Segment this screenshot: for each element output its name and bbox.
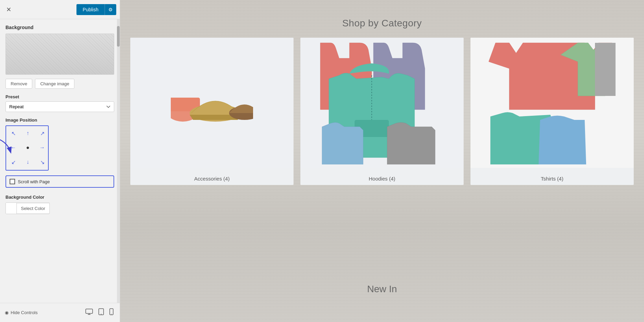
hoodies-svg [319,41,445,164]
hide-controls-label: Hide Controls [11,310,38,315]
position-bottom-left[interactable]: ↙ [7,156,20,169]
position-middle-left[interactable]: ← [7,141,20,154]
accessories-svg [171,69,253,137]
bg-preview-inner [6,34,114,74]
scroll-with-page-row: Scroll with Page [5,175,114,188]
preset-label: Preset [5,94,114,99]
position-bottom-right[interactable]: ↘ [36,156,49,169]
accessories-label: Accessories (4) [130,172,294,185]
main-content: Shop by Category [120,0,644,322]
position-top-right[interactable]: ↗ [36,127,49,140]
shop-heading: Shop by Category [342,18,422,29]
position-grid: ↖ ↑ ↗ ← ● → ↙ ↓ ↘ [5,125,49,171]
remove-button[interactable]: Remove [5,79,32,89]
bg-image-preview [5,34,114,75]
color-swatch[interactable] [6,203,17,214]
tablet-icon [98,308,104,315]
image-position-label: Image Position [5,117,114,123]
svg-rect-1 [86,309,93,313]
position-top-center[interactable]: ↑ [21,127,34,140]
mobile-icon [109,308,114,315]
mobile-button[interactable] [108,307,115,318]
desktop-button[interactable] [84,307,94,318]
hide-controls[interactable]: ◉ Hide Controls [5,310,38,315]
sidebar-content: Background Remove Change image Preset Re… [0,19,120,303]
hide-controls-icon: ◉ [5,310,9,315]
scroll-with-page-label: Scroll with Page [18,179,50,184]
categories-row: Accessories (4) [130,38,634,185]
tablet-button[interactable] [97,307,105,318]
change-image-button[interactable]: Change image [35,79,74,89]
publish-button[interactable]: Publish [76,4,105,15]
desktop-icon [85,309,93,315]
image-action-buttons: Remove Change image [5,79,114,89]
position-top-left[interactable]: ↖ [7,127,20,140]
tshirts-image [470,38,634,168]
device-buttons [84,307,115,318]
publish-group: Publish ⚙ [76,4,116,15]
category-card-accessories[interactable]: Accessories (4) [130,38,294,185]
position-bottom-center[interactable]: ↓ [21,156,34,169]
hoodies-image [300,38,464,168]
close-button[interactable]: ✕ [3,4,14,15]
color-picker-row: Select Color [5,202,50,214]
select-color-button[interactable]: Select Color [17,204,49,213]
svg-point-5 [101,314,102,314]
tshirts-svg [489,41,616,164]
tshirts-label: Tshirts (4) [470,172,634,185]
settings-button[interactable]: ⚙ [105,4,116,15]
hoodies-label: Hoodies (4) [300,172,464,185]
position-middle-right[interactable]: → [36,141,49,154]
bottom-bar: ◉ Hide Controls [0,303,120,322]
scroll-with-page-checkbox[interactable] [10,179,15,184]
bg-color-label: Background Color [5,195,114,200]
sidebar: ✕ Publish ⚙ Background Remove Change ima… [0,0,120,322]
preset-select[interactable]: Repeat Cover Contain No Repeat [5,101,114,112]
accessories-image [130,38,294,168]
svg-point-7 [111,314,112,314]
position-center[interactable]: ● [21,141,34,154]
new-in-heading: New In [367,284,397,295]
category-card-hoodies[interactable]: Hoodies (4) [300,38,464,185]
section-title: Background [5,25,114,30]
topbar: ✕ Publish ⚙ [0,0,120,19]
category-card-tshirts[interactable]: Tshirts (4) [470,38,634,185]
main-inner: Shop by Category [120,0,644,322]
